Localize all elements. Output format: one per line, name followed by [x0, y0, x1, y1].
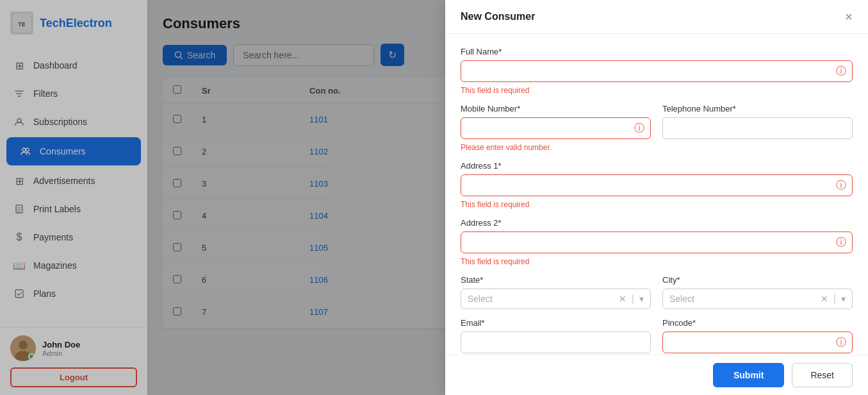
address1-input-wrapper: ⓘ [461, 174, 853, 196]
submit-button[interactable]: Submit [713, 363, 784, 387]
modal-backdrop: New Consumer × Full Name* ⓘ This field i… [0, 0, 868, 395]
mobile-error-icon: ⓘ [634, 122, 644, 135]
address1-input[interactable] [461, 174, 853, 196]
address1-row: Address 1* ⓘ This field is required [461, 161, 853, 209]
pincode-input-wrapper: ⓘ [662, 332, 853, 353]
address2-input[interactable] [461, 231, 853, 253]
modal-title: New Consumer [461, 11, 535, 22]
new-consumer-modal: New Consumer × Full Name* ⓘ This field i… [445, 0, 868, 395]
reset-button[interactable]: Reset [792, 363, 853, 387]
telephone-group: Telephone Number* [662, 104, 853, 152]
pincode-error-icon: ⓘ [836, 336, 846, 349]
state-label: State* [461, 275, 651, 285]
email-group: Email* [461, 318, 651, 355]
full-name-row: Full Name* ⓘ This field is required [461, 47, 853, 95]
state-clear-icon[interactable]: ✕ [619, 294, 626, 304]
address2-error-icon: ⓘ [836, 236, 846, 249]
state-chevron-icon[interactable]: ▾ [639, 294, 644, 304]
address1-label: Address 1* [461, 161, 853, 171]
telephone-label: Telephone Number* [662, 104, 853, 113]
city-clear-icon[interactable]: ✕ [821, 294, 828, 304]
state-group: State* Select ✕ | ▾ [461, 275, 651, 309]
full-name-label: Full Name* [461, 47, 853, 56]
city-select-text: Select [669, 294, 818, 304]
state-city-row: State* Select ✕ | ▾ City* Select ✕ | ▾ [461, 275, 853, 309]
mobile-group: Mobile Number* ⓘ Please enter valid numb… [461, 104, 651, 152]
mobile-error: Please enter valid number. [461, 143, 651, 152]
state-select[interactable]: Select ✕ | ▾ [461, 289, 651, 309]
address1-error: This field is required [461, 200, 853, 209]
pincode-input[interactable] [662, 332, 853, 353]
full-name-input[interactable] [461, 60, 853, 82]
mobile-label: Mobile Number* [461, 104, 651, 113]
modal-footer: Submit Reset [445, 355, 868, 395]
address2-input-wrapper: ⓘ [461, 231, 853, 253]
email-pincode-row: Email* Pincode* ⓘ This field is required [461, 318, 853, 355]
address1-error-icon: ⓘ [836, 179, 846, 192]
address2-group: Address 2* ⓘ This field is required [461, 218, 853, 266]
modal-header: New Consumer × [445, 0, 868, 34]
full-name-error-icon: ⓘ [836, 65, 846, 78]
address2-row: Address 2* ⓘ This field is required [461, 218, 853, 266]
city-group: City* Select ✕ | ▾ [662, 275, 853, 309]
address2-error: This field is required [461, 257, 853, 266]
city-select[interactable]: Select ✕ | ▾ [662, 289, 853, 309]
city-chevron-icon[interactable]: ▾ [841, 294, 846, 304]
city-label: City* [662, 275, 853, 285]
address1-group: Address 1* ⓘ This field is required [461, 161, 853, 209]
pincode-group: Pincode* ⓘ This field is required [662, 318, 853, 355]
address2-label: Address 2* [461, 218, 853, 228]
full-name-group: Full Name* ⓘ This field is required [461, 47, 853, 95]
modal-body: Full Name* ⓘ This field is required Mobi… [445, 34, 868, 355]
email-label: Email* [461, 318, 651, 328]
state-select-text: Select [468, 294, 616, 304]
mobile-input-wrapper: ⓘ [461, 117, 651, 139]
full-name-error: This field is required [461, 86, 853, 95]
pincode-label: Pincode* [662, 318, 853, 328]
telephone-input[interactable] [662, 117, 853, 139]
full-name-input-wrapper: ⓘ [461, 60, 853, 82]
mobile-input[interactable] [461, 117, 651, 139]
phone-row: Mobile Number* ⓘ Please enter valid numb… [461, 104, 853, 152]
modal-close-button[interactable]: × [845, 10, 853, 23]
email-input[interactable] [461, 332, 651, 353]
